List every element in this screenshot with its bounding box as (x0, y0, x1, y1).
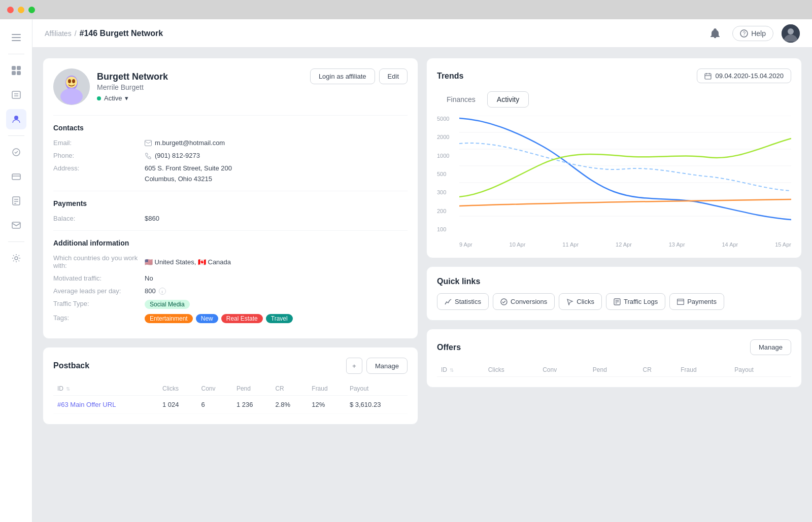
quick-link-payments-label: Payments (687, 298, 717, 305)
countries-value: 🇺🇸 United States, 🇨🇦 Canada (145, 254, 231, 269)
affiliates-icon[interactable] (6, 109, 26, 129)
postback-add-button[interactable]: + (346, 358, 362, 374)
quick-link-statistics[interactable]: Statistics (437, 293, 489, 310)
offers-table-head: ID ⇅ Clicks Conv Pend CR Fraud Payout (437, 363, 791, 377)
x-label-14apr: 14 Apr (722, 241, 738, 248)
payments-icon[interactable] (6, 166, 26, 187)
offers-col-id: ID ⇅ (437, 363, 484, 377)
user-avatar[interactable] (782, 24, 800, 43)
profile-name: Burgett Network (97, 72, 168, 82)
table-row: #63 Main Offer URL 1 024 6 1 236 2.8% 12… (53, 396, 408, 414)
profile-divider-1 (53, 115, 408, 116)
trends-tab-group: Finances Activity (437, 91, 791, 108)
offers-col-cr: CR (639, 363, 677, 377)
profile-avatar (53, 68, 90, 105)
x-label-13apr: 13 Apr (669, 241, 685, 248)
notification-bell-icon[interactable] (706, 24, 724, 43)
email-text: m.burgett@hotmail.com (155, 139, 225, 147)
minimize-btn[interactable] (18, 7, 24, 13)
tab-finances[interactable]: Finances (437, 91, 485, 108)
profile-divider-2 (53, 191, 408, 191)
offer-link[interactable]: #63 Main Offer URL (57, 401, 116, 408)
breadcrumb-separator: / (75, 29, 77, 38)
status-badge[interactable]: Active ▾ (97, 94, 168, 102)
offers-manage-button[interactable]: Manage (750, 339, 791, 355)
phone-label: Phone: (53, 152, 145, 159)
svg-rect-12 (12, 174, 20, 180)
y-label-5000: 5000 (437, 116, 458, 122)
maximize-btn[interactable] (28, 7, 35, 13)
sidebar (0, 19, 32, 522)
breadcrumb-current-page: #146 Burgett Network (80, 29, 163, 38)
date-range-value: 09.04.2020-15.04.2020 (716, 72, 784, 80)
calendar-icon (704, 73, 712, 80)
titlebar (0, 0, 812, 19)
col-id: ID ⇅ (53, 382, 158, 396)
clicks-cursor-icon (566, 298, 573, 305)
row-payout: $ 3,610.23 (346, 396, 408, 414)
y-label-2000: 2000 (437, 134, 458, 140)
trends-card: Trends 09.04.2020-15.04.2020 (426, 58, 802, 258)
chart-x-labels: 9 Apr 10 Apr 11 Apr 12 Apr 13 Apr 14 Apr… (459, 232, 791, 248)
postback-table-body: #63 Main Offer URL 1 024 6 1 236 2.8% 12… (53, 396, 408, 414)
quick-link-clicks[interactable]: Clicks (559, 293, 602, 310)
profile-actions: Login as affiliate Edit (310, 68, 408, 84)
tags-label: Tags: (53, 314, 145, 323)
contacts-section-title: Contacts (53, 124, 408, 132)
svg-rect-4 (17, 66, 21, 70)
quick-link-conversions-label: Conversions (511, 298, 547, 305)
x-label-10apr: 10 Apr (510, 241, 526, 248)
help-button[interactable]: ? Help (732, 26, 773, 41)
right-column: Trends 09.04.2020-15.04.2020 (426, 58, 802, 425)
row-pend: 1 236 (232, 396, 272, 414)
tags-value: Entertainment New Real Estate Travel (145, 314, 293, 323)
breadcrumb-affiliates-link[interactable]: Affiliates (45, 29, 72, 38)
svg-point-28 (68, 79, 71, 83)
settings-icon[interactable] (6, 248, 26, 268)
y-label-500: 500 (437, 171, 458, 177)
conversions-check-icon (500, 298, 507, 305)
svg-rect-18 (12, 222, 20, 228)
sidebar-divider-1 (8, 54, 24, 54)
postback-manage-button[interactable]: Manage (366, 358, 408, 374)
offers-col-conv: Conv (538, 363, 589, 377)
traffic-label: Motivated traffic: (53, 274, 145, 282)
traffic-type-value: Social Media (145, 300, 190, 309)
tab-activity[interactable]: Activity (487, 91, 529, 108)
breadcrumb: Affiliates / #146 Burgett Network (45, 29, 163, 38)
mail-icon[interactable] (6, 215, 26, 235)
main-content: Affiliates / #146 Burgett Network ? He (32, 19, 812, 522)
offers-icon[interactable] (6, 142, 26, 162)
menu-icon[interactable] (6, 27, 26, 48)
contacts-icon[interactable] (6, 85, 26, 105)
status-chevron-icon: ▾ (125, 94, 128, 102)
quick-link-conversions[interactable]: Conversions (493, 293, 555, 310)
tag-new: New (196, 314, 218, 323)
address-row: Address: 605 S. Front Street, Suite 200 … (53, 164, 408, 183)
close-btn[interactable] (7, 7, 14, 13)
email-row: Email: m.burgett@hotmail.com (53, 139, 408, 147)
edit-button[interactable]: Edit (379, 68, 408, 84)
phone-icon (145, 152, 152, 159)
offers-col-pend: Pend (589, 363, 639, 377)
quick-link-payments[interactable]: Payments (669, 293, 724, 310)
reports-icon[interactable] (6, 191, 26, 211)
svg-rect-3 (12, 66, 16, 70)
x-label-11apr: 11 Apr (562, 241, 579, 248)
address-label: Address: (53, 164, 145, 183)
row-cr: 2.8% (271, 396, 308, 414)
login-as-affiliate-button[interactable]: Login as affiliate (310, 68, 375, 84)
dashboard-icon[interactable] (6, 60, 26, 81)
quick-link-traffic-logs[interactable]: Traffic Logs (606, 293, 665, 310)
date-range-picker[interactable]: 09.04.2020-15.04.2020 (697, 68, 791, 83)
topbar-actions: ? Help (706, 24, 800, 43)
svg-point-29 (72, 79, 75, 83)
postback-card: Postback + Manage ID ⇅ Clicks Conv (43, 347, 418, 425)
profile-card: Burgett Network Merrile Burgett Active ▾ (43, 58, 418, 339)
left-column: Burgett Network Merrile Burgett Active ▾ (43, 58, 418, 425)
leads-value: 800 i (145, 287, 166, 295)
address-line1: 605 S. Front Street, Suite 200 (145, 164, 232, 172)
offers-card: Offers Manage ID ⇅ Clicks Conv Pend CR F… (426, 329, 802, 388)
col-clicks: Clicks (158, 382, 197, 396)
col-pend: Pend (232, 382, 272, 396)
